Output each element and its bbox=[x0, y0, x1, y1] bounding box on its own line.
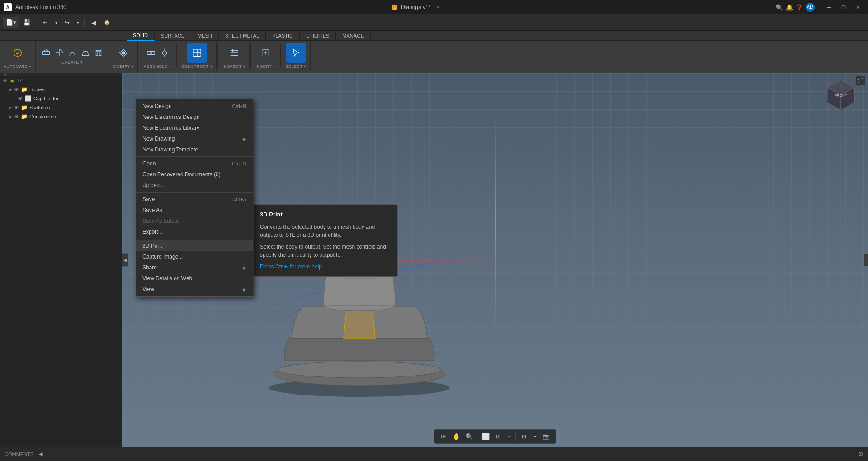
tree-item-sketches[interactable]: ▶ 👁 📁 Sketches ─ bbox=[0, 103, 122, 112]
comments-toggle[interactable]: ◀ bbox=[39, 451, 42, 457]
menu-open-recovered[interactable]: Open Recovered Documents (0) bbox=[136, 169, 253, 180]
select-label: SELECT ▾ bbox=[285, 64, 306, 69]
ribbon-tab-plastic[interactable]: PLASTIC bbox=[266, 31, 300, 41]
tab-close-x[interactable]: × bbox=[437, 4, 440, 10]
menu-open[interactable]: Open... Ctrl+O bbox=[136, 158, 253, 169]
menu-view-details-web[interactable]: View Details on Web bbox=[136, 273, 253, 284]
inspect-icon[interactable] bbox=[227, 46, 241, 60]
minimize-button[interactable]: ─ bbox=[823, 3, 835, 12]
folder-icon-bodies: 📁 bbox=[21, 86, 28, 93]
divider2 bbox=[84, 18, 85, 27]
construct-icon[interactable] bbox=[187, 43, 207, 63]
camera-icon[interactable]: 📷 bbox=[540, 431, 552, 442]
expand-bodies[interactable]: ▶ bbox=[9, 87, 12, 92]
automate-label: AUTOMATE ▾ bbox=[4, 64, 32, 69]
create-icon-2[interactable] bbox=[53, 47, 66, 59]
save-button[interactable]: 💾 bbox=[21, 17, 33, 28]
create-icon-4[interactable] bbox=[79, 47, 92, 59]
menu-save-as-latest[interactable]: Save As Latest bbox=[136, 216, 253, 226]
ribbon-tab-manage[interactable]: MANAGE bbox=[336, 31, 371, 41]
close-button[interactable]: × bbox=[852, 3, 864, 12]
expand-construction[interactable]: ▶ bbox=[9, 114, 12, 119]
visibility-eye-sketches[interactable]: 👁 bbox=[14, 105, 19, 110]
grid-dropdown[interactable]: ▾ bbox=[505, 431, 513, 442]
nav-back[interactable]: ◀ bbox=[88, 17, 99, 28]
automate-icon[interactable] bbox=[10, 46, 25, 60]
menu-new-electronics-design[interactable]: New Electronics Design bbox=[136, 112, 253, 122]
camera-settings-icon[interactable]: ⚙ bbox=[858, 451, 863, 457]
user-avatar[interactable]: AM bbox=[806, 3, 815, 12]
ribbon-select: SELECT ▾ bbox=[282, 41, 310, 71]
redo-dropdown[interactable]: ▾ bbox=[75, 17, 81, 28]
breadcrumb-area: 🏠 bbox=[101, 19, 113, 25]
create-label: CREATE ▾ bbox=[61, 60, 83, 65]
tree-label-sketches: Sketches bbox=[29, 105, 50, 110]
notification-icon[interactable]: 🔔 bbox=[786, 4, 793, 11]
menu-label-new-drawing: New Drawing bbox=[142, 136, 175, 142]
undo-button[interactable]: ↩ bbox=[39, 17, 51, 28]
tree-item-construction[interactable]: ▶ 👁 📁 Construction bbox=[0, 112, 122, 121]
menu-save[interactable]: Save Ctrl+S bbox=[136, 194, 253, 205]
undo-dropdown[interactable]: ▾ bbox=[53, 17, 59, 28]
ribbon-tab-solid[interactable]: SOLID bbox=[127, 31, 155, 41]
visibility-eye-bodies[interactable]: 👁 bbox=[14, 87, 19, 92]
header-right-icons: 🔍 🔔 ❓ AM bbox=[776, 3, 815, 12]
tab-add[interactable]: + bbox=[447, 4, 450, 10]
restore-button[interactable]: □ bbox=[837, 3, 850, 12]
section-dropdown[interactable]: ▾ bbox=[531, 431, 538, 442]
fullscreen-btn[interactable]: ⛶ bbox=[855, 76, 865, 86]
tree-item-bodies[interactable]: ▶ 👁 📁 Bodies bbox=[0, 85, 122, 94]
redo-button[interactable]: ↪ bbox=[61, 17, 73, 28]
visibility-eye-constr[interactable]: 👁 bbox=[14, 114, 19, 119]
viewport-left-arrow[interactable]: ◀ bbox=[122, 254, 128, 267]
viewport[interactable]: FRONT ↑ ◀ | 3D Print Converts the select… bbox=[122, 73, 868, 447]
menu-label-save-as: Save As bbox=[142, 207, 162, 213]
ribbon-tab-mesh[interactable]: MESH bbox=[191, 31, 219, 41]
menu-share[interactable]: Share ▶ bbox=[136, 262, 253, 273]
zoom-icon[interactable]: 🔍 bbox=[463, 431, 474, 442]
ribbon-tab-utilities[interactable]: UTILITIES bbox=[300, 31, 336, 41]
tooltip-line4: Select the body to output. Set the mesh … bbox=[260, 244, 386, 250]
modify-icon[interactable] bbox=[116, 46, 131, 60]
create-icon-3[interactable] bbox=[66, 47, 79, 59]
menu-save-as[interactable]: Save As bbox=[136, 205, 253, 216]
main: ◀ 👁 ▣ YZ ▶ 👁 📁 Bodies 👁 ⬜ Cap Holder ▶ 👁… bbox=[0, 73, 868, 447]
visibility-eye-yz[interactable]: 👁 bbox=[3, 78, 8, 83]
app-title: Autodesk Fusion 360 bbox=[15, 4, 66, 10]
expand-sketches[interactable]: ▶ bbox=[9, 105, 12, 110]
help-icon[interactable]: ❓ bbox=[796, 4, 803, 11]
display-mode-icon[interactable]: ⬜ bbox=[480, 431, 491, 442]
menu-capture-image[interactable]: Capture Image... bbox=[136, 251, 253, 262]
ribbon-assemble: ASSEMBLE ▾ bbox=[140, 41, 175, 71]
ribbon-tab-surface[interactable]: SURFACE bbox=[155, 31, 191, 41]
create-icon-1[interactable] bbox=[40, 47, 52, 59]
pan-icon[interactable]: ✋ bbox=[451, 431, 462, 442]
create-icon-5[interactable] bbox=[92, 47, 105, 59]
menu-view[interactable]: View ▶ bbox=[136, 284, 253, 295]
orbit-icon[interactable]: ⟳ bbox=[438, 431, 449, 442]
assemble-icon-2[interactable] bbox=[158, 47, 171, 59]
search-icon[interactable]: 🔍 bbox=[776, 4, 783, 11]
tree-item-capholder[interactable]: 👁 ⬜ Cap Holder bbox=[0, 94, 122, 103]
menu-new-design[interactable]: New Design Ctrl+N bbox=[136, 101, 253, 112]
tooltip-line5: specify the print utility to output to. bbox=[260, 252, 342, 258]
menu-upload[interactable]: Upload... bbox=[136, 180, 253, 191]
menu-new-drawing-template[interactable]: New Drawing Template bbox=[136, 144, 253, 155]
grid-icon[interactable]: ⊞ bbox=[493, 431, 504, 442]
file-button[interactable]: 📄▾ bbox=[3, 17, 19, 28]
inspect-label: INSPECT ▾ bbox=[222, 64, 245, 69]
select-icon[interactable] bbox=[286, 43, 306, 63]
menu-3dprint[interactable]: 3D Print bbox=[136, 240, 253, 251]
section-view-icon[interactable]: ⊟ bbox=[519, 431, 529, 442]
visibility-eye-cap[interactable]: 👁 bbox=[18, 96, 23, 101]
menu-new-drawing[interactable]: New Drawing ▶ bbox=[136, 133, 253, 144]
tab-dot: ● bbox=[392, 5, 397, 10]
menu-new-electronics-library[interactable]: New Electronics Library bbox=[136, 122, 253, 133]
menu-export[interactable]: Export... bbox=[136, 226, 253, 237]
ribbon-tab-sheetmetal[interactable]: SHEET METAL bbox=[219, 31, 266, 41]
assemble-icon-1[interactable] bbox=[145, 47, 157, 59]
view-gizmo[interactable]: FRONT ↑ bbox=[823, 78, 859, 114]
tab-title: Dianoga v1* bbox=[401, 4, 430, 10]
insert-icon[interactable] bbox=[258, 46, 273, 60]
tree-item-yz[interactable]: 👁 ▣ YZ bbox=[0, 76, 122, 85]
